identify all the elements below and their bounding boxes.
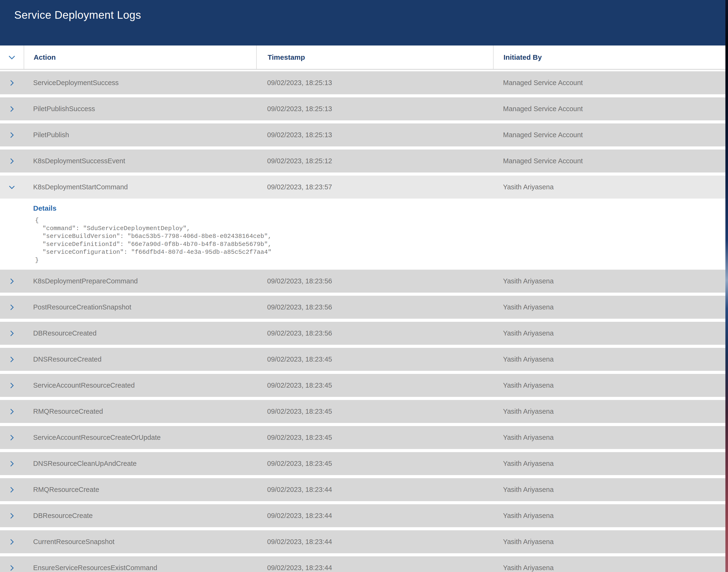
row-timestamp: 09/02/2023, 18:23:45 xyxy=(256,460,493,468)
row-expand-button[interactable] xyxy=(8,538,16,546)
row-expand-button[interactable] xyxy=(8,277,16,285)
row-action: ServiceDeploymentSuccess xyxy=(24,79,256,87)
row-timestamp: 09/02/2023, 18:23:56 xyxy=(256,329,493,337)
row-timestamp: 09/02/2023, 18:25:13 xyxy=(256,79,493,87)
row-action: K8sDeploymentSuccessEvent xyxy=(24,157,256,165)
table-row[interactable]: K8sDeploymentPrepareCommand 09/02/2023, … xyxy=(0,270,725,293)
row-expand-button[interactable] xyxy=(8,131,16,139)
table-row[interactable]: K8sDeploymentStartCommand 09/02/2023, 18… xyxy=(0,175,725,199)
table-row[interactable]: DBResourceCreate 09/02/2023, 18:23:44 Ya… xyxy=(0,504,725,527)
row-initiated-by: Yasith Ariyasena xyxy=(493,434,725,441)
row-expand-button[interactable] xyxy=(8,434,16,442)
row-initiated-by: Managed Service Account xyxy=(493,105,725,113)
row-initiated-by: Yasith Ariyasena xyxy=(493,183,725,191)
table-row[interactable]: DNSResourceCleanUpAndCreate 09/02/2023, … xyxy=(0,452,725,475)
row-initiated-by: Yasith Ariyasena xyxy=(493,538,725,546)
row-timestamp: 09/02/2023, 18:23:56 xyxy=(256,303,493,311)
row-initiated-by: Yasith Ariyasena xyxy=(493,486,725,494)
row-initiated-by: Yasith Ariyasena xyxy=(493,303,725,311)
row-action: EnsureServiceResourcesExistCommand xyxy=(24,564,256,572)
row-action: DBResourceCreated xyxy=(24,329,256,337)
table-row[interactable]: K8sDeploymentSuccessEvent 09/02/2023, 18… xyxy=(0,149,725,172)
row-action: RMQResourceCreate xyxy=(24,486,256,494)
row-initiated-by: Yasith Ariyasena xyxy=(493,355,725,363)
row-expand-button[interactable] xyxy=(8,329,16,338)
row-action: K8sDeploymentStartCommand xyxy=(24,183,256,191)
chevron-right-icon xyxy=(8,105,16,113)
row-timestamp: 09/02/2023, 18:23:44 xyxy=(256,564,493,572)
chevron-down-icon xyxy=(7,53,16,62)
row-initiated-by: Yasith Ariyasena xyxy=(493,381,725,389)
details-heading: Details xyxy=(33,204,725,212)
row-initiated-by: Managed Service Account xyxy=(493,79,725,87)
row-initiated-by: Yasith Ariyasena xyxy=(493,408,725,415)
chevron-right-icon xyxy=(8,512,16,520)
row-timestamp: 09/02/2023, 18:25:13 xyxy=(256,131,493,139)
chevron-right-icon xyxy=(8,303,16,311)
page-title: Service Deployment Logs xyxy=(14,8,725,21)
row-expand-button[interactable] xyxy=(8,460,16,468)
chevron-down-icon xyxy=(8,183,16,191)
row-expand-button[interactable] xyxy=(8,105,16,113)
table-row[interactable]: RMQResourceCreate 09/02/2023, 18:23:44 Y… xyxy=(0,478,725,501)
chevron-right-icon xyxy=(8,355,16,363)
table-row[interactable]: PiletPublishSuccess 09/02/2023, 18:25:13… xyxy=(0,97,725,120)
chevron-right-icon xyxy=(8,131,16,139)
column-header-initiated-by: Initiated By xyxy=(493,46,725,69)
row-timestamp: 09/02/2023, 18:23:45 xyxy=(256,434,493,441)
row-details: Details { "command": "SduServiceDeployme… xyxy=(0,199,725,267)
chevron-right-icon xyxy=(8,381,16,389)
row-initiated-by: Managed Service Account xyxy=(493,131,725,139)
chevron-right-icon xyxy=(8,79,16,87)
row-initiated-by: Yasith Ariyasena xyxy=(493,512,725,520)
row-action: ServiceAccountResourceCreateOrUpdate xyxy=(24,434,256,441)
row-expand-button[interactable] xyxy=(8,183,16,191)
table-row[interactable]: DBResourceCreated 09/02/2023, 18:23:56 Y… xyxy=(0,322,725,345)
row-expand-button[interactable] xyxy=(8,157,16,165)
row-expand-button[interactable] xyxy=(8,564,16,572)
row-timestamp: 09/02/2023, 18:23:57 xyxy=(256,183,493,191)
row-action: RMQResourceCreated xyxy=(24,408,256,415)
row-timestamp: 09/02/2023, 18:23:45 xyxy=(256,355,493,363)
row-initiated-by: Managed Service Account xyxy=(493,157,725,165)
row-action: CurrentResourceSnapshot xyxy=(24,538,256,546)
row-action: PiletPublish xyxy=(24,131,256,139)
table-row[interactable]: ServiceAccountResourceCreateOrUpdate 09/… xyxy=(0,426,725,449)
table-header-row: Action Timestamp Initiated By xyxy=(0,46,725,70)
desktop-background-sliver xyxy=(725,0,728,572)
log-rows: ServiceDeploymentSuccess 09/02/2023, 18:… xyxy=(0,70,725,572)
table-row[interactable]: EnsureServiceResourcesExistCommand 09/02… xyxy=(0,556,725,572)
table-row[interactable]: DNSResourceCreated 09/02/2023, 18:23:45 … xyxy=(0,348,725,371)
row-expand-button[interactable] xyxy=(8,79,16,87)
row-expand-button[interactable] xyxy=(8,408,16,416)
row-timestamp: 09/02/2023, 18:23:44 xyxy=(256,538,493,546)
table-row[interactable]: PiletPublish 09/02/2023, 18:25:13 Manage… xyxy=(0,124,725,146)
row-action: K8sDeploymentPrepareCommand xyxy=(24,277,256,285)
table-row[interactable]: ServiceDeploymentSuccess 09/02/2023, 18:… xyxy=(0,71,725,94)
chevron-right-icon xyxy=(8,157,16,165)
table-row[interactable]: CurrentResourceSnapshot 09/02/2023, 18:2… xyxy=(0,530,725,553)
chevron-right-icon xyxy=(8,486,16,494)
row-timestamp: 09/02/2023, 18:23:56 xyxy=(256,277,493,285)
row-action: PiletPublishSuccess xyxy=(24,105,256,113)
row-initiated-by: Yasith Ariyasena xyxy=(493,329,725,337)
row-action: DBResourceCreate xyxy=(24,512,256,520)
row-expand-button[interactable] xyxy=(8,486,16,494)
row-expand-button[interactable] xyxy=(8,512,16,520)
chevron-right-icon xyxy=(8,538,16,546)
row-initiated-by: Yasith Ariyasena xyxy=(493,277,725,285)
row-expand-button[interactable] xyxy=(8,303,16,311)
row-timestamp: 09/02/2023, 18:25:13 xyxy=(256,105,493,113)
table-row[interactable]: ServiceAccountResourceCreated 09/02/2023… xyxy=(0,374,725,397)
row-action: DNSResourceCreated xyxy=(24,355,256,363)
row-expand-button[interactable] xyxy=(8,355,16,363)
row-expand-button[interactable] xyxy=(8,381,16,389)
table-row[interactable]: RMQResourceCreated 09/02/2023, 18:23:45 … xyxy=(0,400,725,423)
row-timestamp: 09/02/2023, 18:23:45 xyxy=(256,381,493,389)
row-timestamp: 09/02/2023, 18:23:44 xyxy=(256,512,493,520)
column-header-action: Action xyxy=(24,46,256,69)
chevron-right-icon xyxy=(8,408,16,416)
table-row[interactable]: PostResourceCreationSnapshot 09/02/2023,… xyxy=(0,296,725,319)
row-timestamp: 09/02/2023, 18:23:44 xyxy=(256,486,493,494)
expand-all-button[interactable] xyxy=(7,53,16,62)
